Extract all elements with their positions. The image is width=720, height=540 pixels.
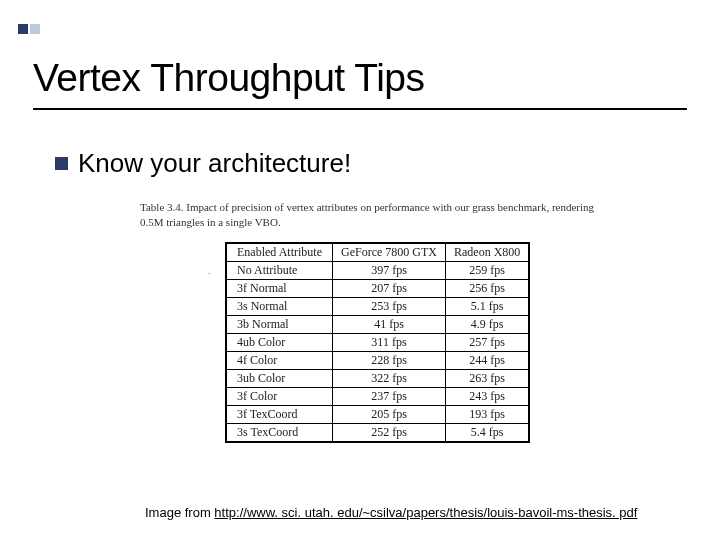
table-cell: 259 fps	[445, 262, 528, 280]
table-cell: 3f Color	[227, 388, 333, 406]
table-cell: 3s Normal	[227, 298, 333, 316]
table-cell: 205 fps	[332, 406, 445, 424]
table-cell: 193 fps	[445, 406, 528, 424]
table-cell: 263 fps	[445, 370, 528, 388]
table-cell: 252 fps	[332, 424, 445, 442]
bullet-text: Know your architecture!	[78, 148, 351, 179]
title-underline	[33, 108, 687, 110]
table-cell: 3f Normal	[227, 280, 333, 298]
table-cell: No Attribute	[227, 262, 333, 280]
bullet-square-icon	[55, 157, 68, 170]
table-cell: 4f Color	[227, 352, 333, 370]
table-caption: Table 3.4. Impact of precision of vertex…	[140, 200, 600, 230]
table-header: Enabled Attribute	[227, 244, 333, 262]
scan-artifact: .	[208, 265, 211, 276]
table-cell: 5.1 fps	[445, 298, 528, 316]
table-row: 3f Normal207 fps256 fps	[227, 280, 529, 298]
performance-table: Enabled Attribute GeForce 7800 GTX Radeo…	[225, 242, 530, 443]
slide-accent	[18, 24, 40, 34]
table-row: No Attribute397 fps259 fps	[227, 262, 529, 280]
table-cell: 5.4 fps	[445, 424, 528, 442]
accent-square-light	[30, 24, 40, 34]
table-header: GeForce 7800 GTX	[332, 244, 445, 262]
table-cell: 243 fps	[445, 388, 528, 406]
table-cell: 322 fps	[332, 370, 445, 388]
bullet-item: Know your architecture!	[55, 148, 351, 179]
table-cell: 3f TexCoord	[227, 406, 333, 424]
table-cell: 4ub Color	[227, 334, 333, 352]
table-cell: 3ub Color	[227, 370, 333, 388]
table-row: 3f Color237 fps243 fps	[227, 388, 529, 406]
table-row: 3ub Color322 fps263 fps	[227, 370, 529, 388]
table-cell: 4.9 fps	[445, 316, 528, 334]
table-cell: 3s TexCoord	[227, 424, 333, 442]
table-cell: 397 fps	[332, 262, 445, 280]
table-cell: 256 fps	[445, 280, 528, 298]
table-cell: 253 fps	[332, 298, 445, 316]
table-row: 3b Normal41 fps4.9 fps	[227, 316, 529, 334]
credit-link[interactable]: http://www. sci. utah. edu/~csilva/paper…	[214, 505, 637, 520]
table-cell: 3b Normal	[227, 316, 333, 334]
table-header: Radeon X800	[445, 244, 528, 262]
table-row: 3s TexCoord252 fps5.4 fps	[227, 424, 529, 442]
table-header-row: Enabled Attribute GeForce 7800 GTX Radeo…	[227, 244, 529, 262]
table-cell: 257 fps	[445, 334, 528, 352]
table-cell: 41 fps	[332, 316, 445, 334]
table-row: 4ub Color311 fps257 fps	[227, 334, 529, 352]
accent-square-dark	[18, 24, 28, 34]
table-cell: 228 fps	[332, 352, 445, 370]
page-title: Vertex Throughput Tips	[33, 56, 425, 100]
table-cell: 237 fps	[332, 388, 445, 406]
credit-prefix: Image from	[145, 505, 214, 520]
table-cell: 207 fps	[332, 280, 445, 298]
table-row: 3s Normal253 fps5.1 fps	[227, 298, 529, 316]
table-cell: 244 fps	[445, 352, 528, 370]
image-credit: Image from http://www. sci. utah. edu/~c…	[145, 505, 637, 520]
table-row: 4f Color228 fps244 fps	[227, 352, 529, 370]
table-row: 3f TexCoord205 fps193 fps	[227, 406, 529, 424]
table-cell: 311 fps	[332, 334, 445, 352]
